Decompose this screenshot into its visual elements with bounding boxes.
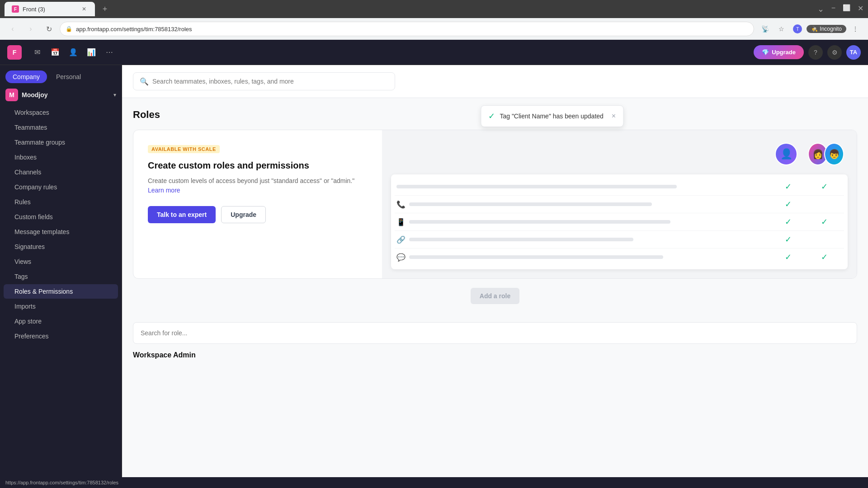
permissions-label-col — [395, 143, 764, 165]
sidebar-item-custom-fields[interactable]: Custom fields — [4, 210, 118, 224]
learn-more-link[interactable]: Learn more — [148, 187, 180, 194]
reload-button[interactable]: ↻ — [42, 22, 56, 36]
role-search-container[interactable] — [133, 322, 857, 344]
status-url: https://app.frontapp.com/settings/tim:78… — [5, 480, 118, 485]
perm-icon-3: 📱 — [396, 218, 406, 226]
perm-icon-5: 💬 — [396, 253, 406, 262]
permissions-header: 👤 👩 👦 — [391, 139, 848, 169]
perm-check-3b: ✓ — [806, 217, 842, 227]
toast-check-icon: ✓ — [488, 111, 495, 121]
perm-row-5: 💬 ✓ ✓ — [395, 249, 844, 266]
sidebar-item-teammates[interactable]: Teammates — [4, 120, 118, 135]
sidebar-item-channels[interactable]: Channels — [4, 165, 118, 179]
company-logo: M — [5, 89, 18, 101]
sidebar-item-message-templates[interactable]: Message templates — [4, 225, 118, 239]
back-button[interactable]: ‹ — [5, 22, 20, 36]
perm-row-3-label: 📱 — [396, 218, 770, 226]
sidebar-item-imports[interactable]: Imports — [4, 299, 118, 314]
permissions-table: ✓ ✓ 📞 ✓ — [391, 174, 848, 269]
maximize-button[interactable]: ⬜ — [843, 4, 850, 14]
app-logo: F — [7, 45, 22, 60]
incognito-badge: 🕵 Incognito — [807, 25, 846, 33]
cast-icon[interactable]: 📡 — [758, 22, 772, 36]
search-input[interactable] — [152, 78, 388, 85]
perm-check-1b: ✓ — [806, 182, 842, 192]
sidebar-item-workspaces[interactable]: Workspaces — [4, 105, 118, 120]
sidebar-item-signatures[interactable]: Signatures — [4, 239, 118, 254]
help-button[interactable]: ? — [808, 45, 823, 60]
perm-row-4-label: 🔗 — [396, 235, 770, 244]
tab-close-button[interactable]: ✕ — [80, 5, 88, 13]
header-search-bar[interactable]: 🔍 — [133, 72, 395, 90]
upgrade-button[interactable]: 💎 Upgrade — [754, 45, 804, 59]
upgrade-feature-button[interactable]: Upgrade — [221, 206, 266, 223]
content-header: 🔍 — [122, 65, 868, 98]
feature-description: Create custom levels of access beyond ju… — [148, 176, 368, 195]
perm-row-2-label: 📞 — [396, 200, 770, 209]
perm-bar-4 — [409, 238, 633, 241]
sidebar-item-roles-permissions[interactable]: Roles & Permissions — [4, 284, 118, 299]
talk-to-expert-button[interactable]: Talk to an expert — [148, 206, 216, 223]
sidebar-item-preferences[interactable]: Preferences — [4, 329, 118, 343]
feature-card-content: AVAILABLE WITH SCALE Create custom roles… — [133, 130, 382, 278]
perm-bar-1 — [396, 185, 677, 188]
content-area: 🔍 Roles ✓ Tag "Client Name" has been upd… — [122, 65, 868, 477]
sidebar: Company Personal M Moodjoy ▾ Workspaces … — [0, 65, 122, 477]
main-layout: Company Personal M Moodjoy ▾ Workspaces … — [0, 65, 868, 477]
sidebar-item-tags[interactable]: Tags — [4, 269, 118, 284]
sidebar-item-company-rules[interactable]: Company rules — [4, 180, 118, 194]
forward-button[interactable]: › — [24, 22, 38, 36]
add-role-button[interactable]: Add a role — [471, 288, 519, 304]
perm-check-4a: ✓ — [770, 235, 806, 244]
perm-bar-5 — [409, 255, 663, 259]
perm-icon-2: 📞 — [396, 200, 406, 209]
role-search-input[interactable] — [141, 329, 849, 337]
sidebar-item-rules[interactable]: Rules — [4, 195, 118, 209]
address-bar[interactable]: 🔒 app.frontapp.com/settings/tim:7858132/… — [60, 22, 754, 36]
company-name: Moodjoy — [22, 91, 110, 99]
sidebar-nav: M Moodjoy ▾ Workspaces Teammates Teammat… — [0, 83, 122, 477]
feature-visual: 👤 👩 👦 — [382, 130, 857, 278]
tab-list-button[interactable]: ⌄ — [817, 4, 824, 14]
personal-tab[interactable]: Personal — [49, 70, 88, 83]
menu-button[interactable]: ⋮ — [848, 22, 863, 36]
perm-bar-3 — [409, 220, 670, 224]
nav-bar: ‹ › ↻ 🔒 app.frontapp.com/settings/tim:78… — [0, 18, 868, 40]
url-text: app.frontapp.com/settings/tim:7858132/ro… — [76, 26, 192, 33]
window-controls: ⌄ − ⬜ ✕ — [817, 4, 863, 14]
role-avatar-3: 👦 — [824, 143, 844, 165]
perm-row-4: 🔗 ✓ — [395, 231, 844, 249]
bookmark-icon[interactable]: ☆ — [774, 22, 788, 36]
perm-check-1a: ✓ — [770, 182, 806, 192]
profile-button[interactable]: T — [790, 22, 805, 36]
more-icon[interactable]: ⋯ — [101, 44, 118, 61]
perm-row-2: 📞 ✓ — [395, 196, 844, 213]
minimize-button[interactable]: − — [831, 4, 835, 14]
permissions-preview: 👤 👩 👦 — [391, 139, 848, 269]
feature-actions: Talk to an expert Upgrade — [148, 206, 368, 223]
user-avatar[interactable]: TA — [846, 45, 861, 60]
company-tab[interactable]: Company — [5, 70, 47, 83]
perm-check-5b: ✓ — [806, 252, 842, 262]
settings-button[interactable]: ⚙ — [827, 45, 842, 60]
close-window-button[interactable]: ✕ — [858, 4, 863, 14]
analytics-icon[interactable]: 📊 — [83, 44, 99, 61]
perm-check-5a: ✓ — [770, 252, 806, 262]
browser-tab[interactable]: F Front (3) ✕ — [5, 2, 95, 16]
tab-title: Front (3) — [23, 6, 45, 13]
sidebar-item-teammate-groups[interactable]: Teammate groups — [4, 135, 118, 150]
new-tab-button[interactable]: + — [99, 3, 111, 15]
status-bar: https://app.frontapp.com/settings/tim:78… — [0, 477, 868, 488]
title-bar: F Front (3) ✕ + ⌄ − ⬜ ✕ — [0, 0, 868, 18]
sidebar-item-inboxes[interactable]: Inboxes — [4, 150, 118, 164]
company-header[interactable]: M Moodjoy ▾ — [0, 85, 122, 105]
sidebar-item-app-store[interactable]: App store — [4, 314, 118, 328]
inbox-icon[interactable]: ✉ — [29, 44, 45, 61]
app-topbar: F ✉ 📅 👤 📊 ⋯ 💎 Upgrade ? ⚙ TA — [0, 40, 868, 65]
calendar-icon[interactable]: 📅 — [47, 44, 63, 61]
tab-favicon: F — [12, 5, 19, 13]
perm-row-5-label: 💬 — [396, 253, 770, 262]
contacts-icon[interactable]: 👤 — [65, 44, 81, 61]
toast-close-button[interactable]: × — [612, 112, 616, 120]
sidebar-item-views[interactable]: Views — [4, 254, 118, 269]
